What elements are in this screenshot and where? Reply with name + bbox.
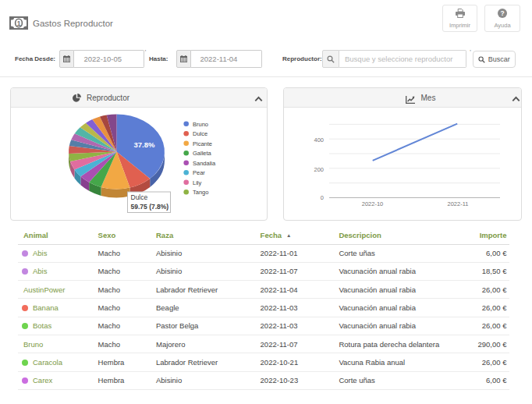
svg-text:2022-11: 2022-11 [448,200,469,207]
svg-text:Sandalia: Sandalia [193,160,216,167]
svg-text:37.8%: 37.8% [134,140,155,149]
svg-text:Galleta: Galleta [193,150,212,157]
svg-text:?: ? [500,9,504,17]
svg-text:400: 400 [314,136,324,144]
svg-text:Lily: Lily [193,179,202,186]
svg-text:1: 1 [17,19,21,27]
svg-text:200: 200 [314,166,324,173]
svg-text:Dulce: Dulce [193,130,207,137]
svg-text:Dulce: Dulce [131,193,148,201]
svg-text:Tango: Tango [193,189,208,196]
svg-text:Bruno: Bruno [193,121,208,128]
svg-text:2022-10: 2022-10 [362,200,384,207]
svg-text:59.75 (7.8%): 59.75 (7.8%) [131,203,169,211]
svg-text:Picante: Picante [193,140,212,147]
svg-text:0: 0 [321,194,324,201]
svg-text:Pear: Pear [193,169,205,176]
